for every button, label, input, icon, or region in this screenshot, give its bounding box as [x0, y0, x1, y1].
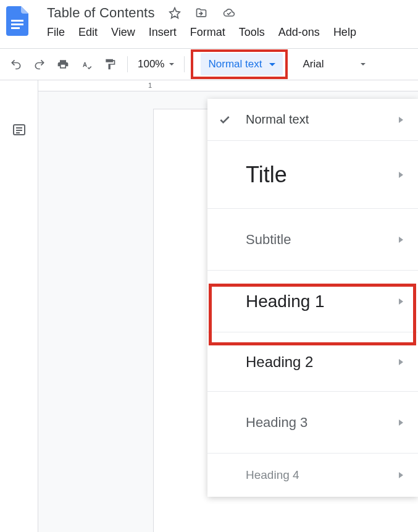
zoom-dropdown[interactable]: 100% [134, 58, 178, 70]
submenu-arrow-icon [399, 420, 403, 426]
menu-edit[interactable]: Edit [78, 26, 98, 39]
style-option-heading-2[interactable]: Heading 2 [207, 332, 418, 392]
style-label: Heading 2 [246, 353, 313, 371]
toolbar-divider [184, 56, 185, 72]
undo-button[interactable] [5, 53, 27, 75]
style-label: Normal text [246, 112, 309, 127]
style-option-heading-1[interactable]: Heading 1 [207, 271, 418, 332]
style-option-heading-4[interactable]: Heading 4 [207, 454, 418, 497]
menu-format[interactable]: Format [190, 26, 225, 39]
checkmark-icon [219, 114, 231, 126]
style-label: Subtitle [246, 232, 291, 248]
annotation-highlight: Normal text [191, 49, 288, 79]
submenu-arrow-icon [399, 172, 403, 178]
spellcheck-button[interactable] [75, 53, 98, 75]
paragraph-styles-menu: Normal text Title Subtitle Heading 1 Hea… [207, 99, 418, 497]
toolbar: 100% Normal text Arial [0, 49, 418, 80]
document-title[interactable]: Table of Contents [47, 5, 155, 21]
svg-rect-2 [11, 27, 20, 29]
font-value: Arial [303, 58, 324, 70]
style-option-title[interactable]: Title [207, 141, 418, 209]
cloud-status-icon[interactable] [222, 7, 236, 19]
submenu-arrow-icon [399, 298, 403, 305]
style-option-heading-3[interactable]: Heading 3 [207, 392, 418, 454]
style-label: Title [246, 162, 287, 188]
dropdown-arrow-icon [361, 63, 366, 65]
menu-addons[interactable]: Add-ons [278, 26, 320, 39]
redo-button[interactable] [28, 53, 51, 75]
paragraph-style-value: Normal text [208, 58, 262, 70]
app-header: Table of Contents File Edit View Insert … [0, 0, 418, 46]
menu-bar: File Edit View Insert Format Tools Add-o… [41, 21, 418, 39]
font-dropdown[interactable]: Arial [296, 58, 372, 70]
style-label: Heading 4 [246, 468, 299, 482]
star-icon[interactable] [169, 7, 181, 19]
horizontal-ruler[interactable]: 1 [38, 80, 418, 91]
paint-format-button[interactable] [99, 53, 121, 75]
print-button[interactable] [52, 53, 74, 75]
dropdown-arrow-icon [169, 63, 174, 65]
svg-rect-1 [11, 23, 23, 25]
docs-logo-icon[interactable] [5, 5, 30, 37]
menu-file[interactable]: File [47, 26, 65, 39]
paragraph-style-dropdown[interactable]: Normal text [201, 53, 283, 75]
style-label: Heading 1 [246, 292, 325, 311]
submenu-arrow-icon [399, 472, 403, 478]
submenu-arrow-icon [399, 237, 403, 243]
menu-tools[interactable]: Tools [239, 26, 265, 39]
outline-icon[interactable] [12, 122, 27, 532]
menu-view[interactable]: View [111, 26, 135, 39]
menu-insert[interactable]: Insert [149, 26, 177, 39]
style-option-normal-text[interactable]: Normal text [207, 99, 418, 141]
menu-help[interactable]: Help [333, 26, 356, 39]
svg-rect-0 [11, 20, 23, 22]
style-label: Heading 3 [246, 415, 307, 431]
dropdown-arrow-icon [269, 63, 275, 66]
submenu-arrow-icon [399, 359, 403, 365]
move-icon[interactable] [194, 7, 208, 19]
submenu-arrow-icon [399, 117, 403, 123]
toolbar-divider [127, 56, 128, 72]
style-option-subtitle[interactable]: Subtitle [207, 209, 418, 271]
zoom-value: 100% [138, 58, 164, 70]
ruler-mark: 1 [148, 82, 152, 89]
left-sidebar [0, 80, 38, 532]
